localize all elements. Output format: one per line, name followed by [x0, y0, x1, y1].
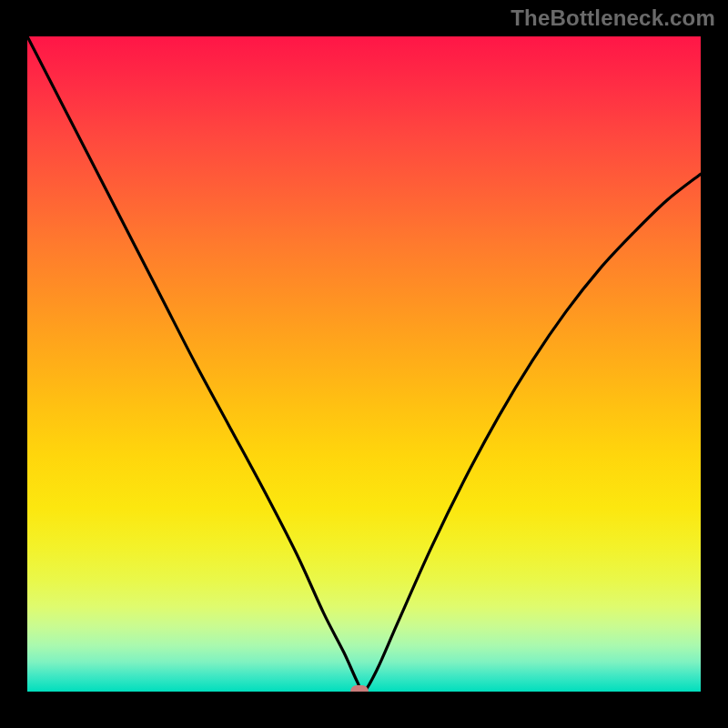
bottleneck-curve	[27, 36, 701, 692]
plot-area	[27, 36, 701, 692]
chart-frame: TheBottleneck.com	[0, 0, 728, 728]
minimum-marker	[350, 685, 369, 692]
watermark-text: TheBottleneck.com	[511, 5, 715, 31]
